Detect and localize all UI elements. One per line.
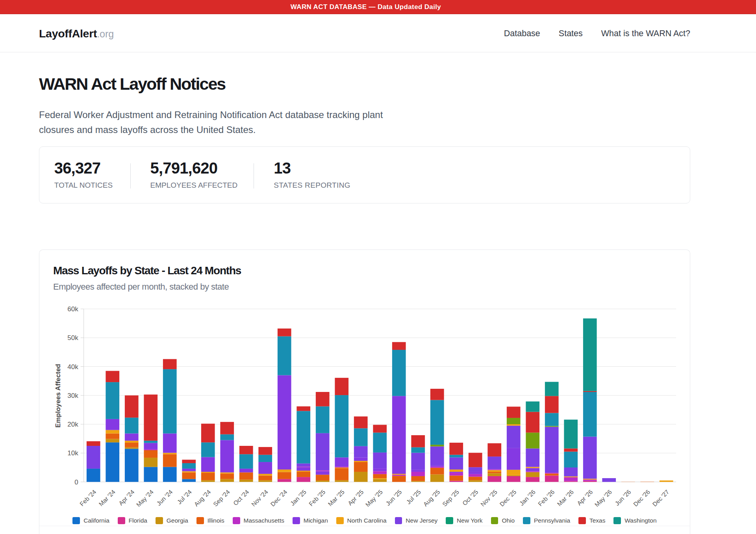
svg-text:Apr '25: Apr '25 [346, 488, 365, 506]
svg-text:Jan '25: Jan '25 [289, 488, 308, 507]
svg-text:Jul '25: Jul '25 [405, 488, 422, 505]
svg-text:Nov '24: Nov '24 [250, 488, 269, 508]
svg-text:60k: 60k [67, 305, 78, 313]
svg-text:May '26: May '26 [593, 488, 613, 508]
svg-text:50k: 50k [67, 334, 78, 342]
svg-text:Mar '24: Mar '24 [98, 488, 117, 507]
svg-text:Jun '24: Jun '24 [155, 488, 174, 507]
svg-text:Dec '24: Dec '24 [269, 488, 289, 508]
svg-text:Dec '25: Dec '25 [498, 488, 518, 508]
svg-text:Feb '26: Feb '26 [537, 488, 556, 507]
svg-text:Jul '24: Jul '24 [176, 488, 193, 506]
svg-text:May '24: May '24 [135, 488, 155, 508]
svg-text:Feb '25: Feb '25 [308, 488, 326, 507]
svg-text:Sep '25: Sep '25 [441, 488, 460, 508]
svg-text:30k: 30k [67, 392, 78, 399]
svg-text:40k: 40k [67, 363, 78, 371]
svg-text:Aug '24: Aug '24 [193, 488, 212, 508]
svg-text:Oct '25: Oct '25 [461, 488, 479, 506]
svg-text:Apr '26: Apr '26 [576, 488, 594, 506]
svg-text:Mar '26: Mar '26 [556, 488, 575, 507]
svg-text:10k: 10k [67, 449, 78, 457]
svg-text:0: 0 [74, 479, 78, 486]
svg-text:Jun '25: Jun '25 [384, 488, 403, 507]
svg-text:Oct '24: Oct '24 [232, 488, 250, 507]
svg-text:Employees Affected: Employees Affected [54, 364, 62, 428]
svg-text:Mar '25: Mar '25 [327, 488, 346, 507]
svg-text:20k: 20k [67, 421, 78, 428]
svg-text:Dec '27: Dec '27 [651, 488, 671, 508]
svg-text:Jan '26: Jan '26 [518, 488, 537, 507]
svg-text:Apr '24: Apr '24 [117, 488, 136, 507]
svg-text:Dec '26: Dec '26 [632, 488, 651, 508]
svg-text:Feb '24: Feb '24 [78, 488, 98, 508]
svg-text:Jun '26: Jun '26 [613, 488, 632, 507]
svg-text:May '25: May '25 [364, 488, 384, 508]
svg-text:Aug '25: Aug '25 [422, 488, 441, 508]
svg-text:Sep '24: Sep '24 [212, 488, 231, 508]
svg-text:Nov '25: Nov '25 [479, 488, 498, 508]
